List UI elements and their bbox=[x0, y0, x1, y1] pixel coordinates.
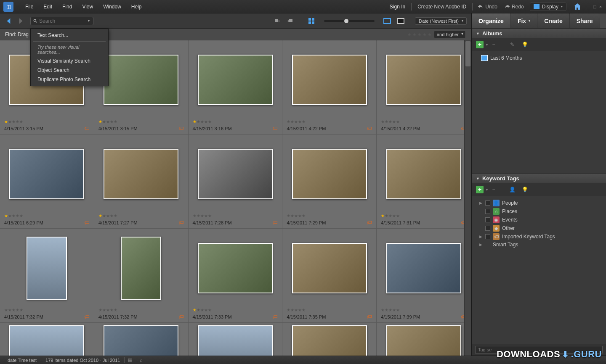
rating-filter[interactable]: ★★★★★ bbox=[407, 32, 432, 37]
keyword-tags-header[interactable]: Keyword Tags bbox=[472, 174, 606, 183]
thumbnail-image[interactable] bbox=[292, 55, 367, 105]
rating-stars[interactable]: ★★★★★ bbox=[381, 119, 466, 124]
thumbnail-cell[interactable] bbox=[0, 323, 94, 356]
tag-other[interactable]: ◆Other bbox=[476, 224, 602, 232]
tag-events[interactable]: ◉Events bbox=[476, 216, 602, 224]
tab-organize[interactable]: Organize bbox=[472, 13, 511, 28]
thumbnail-cell[interactable]: ★★★★★4/15/2011 7:27 PM🏷 bbox=[94, 135, 189, 229]
tab-share[interactable]: Share bbox=[570, 13, 600, 28]
tab-create[interactable]: Create bbox=[537, 13, 570, 28]
album-last6months[interactable]: Last 6 Months bbox=[476, 54, 602, 62]
object-search-item[interactable]: Object Search bbox=[31, 66, 108, 75]
home-button[interactable] bbox=[572, 2, 582, 12]
status-icon-2[interactable]: ⌂ bbox=[138, 357, 144, 363]
maximize-button[interactable]: □ bbox=[593, 5, 597, 9]
thumbnail-image[interactable] bbox=[104, 325, 178, 356]
tag-smart[interactable]: ▶Smart Tags bbox=[476, 241, 602, 248]
menu-window[interactable]: Window bbox=[98, 1, 126, 12]
tag-places[interactable]: ⌂Places bbox=[476, 207, 602, 216]
grid-view-button[interactable] bbox=[306, 16, 316, 26]
tag-imported[interactable]: ▶🏷Imported Keyword Tags bbox=[476, 232, 602, 241]
rating-condition-select[interactable]: and higher bbox=[434, 31, 466, 38]
close-button[interactable]: × bbox=[598, 5, 603, 9]
rotate-ccw-button[interactable] bbox=[272, 16, 282, 26]
thumbnail-image[interactable] bbox=[198, 325, 273, 356]
menu-find[interactable]: Find bbox=[57, 1, 77, 12]
rating-stars[interactable]: ★★★★★ bbox=[381, 213, 466, 219]
rating-stars[interactable]: ★★★★★ bbox=[4, 307, 90, 313]
thumbnail-cell[interactable] bbox=[377, 323, 471, 356]
thumbnail-cell[interactable]: ★★★★★4/15/2011 7:32 PM🏷 bbox=[0, 229, 94, 323]
thumbnail-image[interactable] bbox=[198, 243, 273, 293]
thumbnail-image[interactable] bbox=[292, 149, 367, 199]
display-menu[interactable]: Display▾ bbox=[530, 3, 566, 11]
remove-tag-button[interactable]: − bbox=[490, 186, 497, 193]
rating-stars[interactable]: ★★★★★ bbox=[287, 307, 372, 313]
vertical-scrollbar[interactable] bbox=[464, 40, 471, 356]
redo-button[interactable]: Redo bbox=[501, 2, 527, 11]
thumbnail-cell[interactable]: ★★★★★4/15/2011 7:31 PM🏷 bbox=[377, 135, 471, 229]
thumbnail-cell[interactable]: ★★★★★4/15/2011 7:33 PM🏷 bbox=[189, 229, 283, 323]
thumbnail-cell[interactable] bbox=[189, 323, 283, 356]
tab-fix[interactable]: Fix▾ bbox=[511, 13, 537, 28]
single-view-button[interactable] bbox=[382, 16, 392, 26]
albums-header[interactable]: Albums bbox=[472, 29, 606, 38]
people-recognition-icon[interactable]: 👤 bbox=[507, 185, 517, 194]
thumbnail-image[interactable] bbox=[386, 55, 461, 105]
create-id-link[interactable]: Create New Adobe ID bbox=[413, 1, 470, 12]
rating-stars[interactable]: ★★★★★ bbox=[287, 213, 372, 219]
search-input[interactable] bbox=[39, 18, 87, 24]
add-album-button[interactable]: + bbox=[476, 41, 484, 48]
thumbnail-cell[interactable] bbox=[94, 323, 189, 356]
thumbnail-image[interactable] bbox=[104, 149, 178, 199]
thumbnail-image[interactable] bbox=[198, 149, 273, 199]
edit-album-icon[interactable]: ✎ bbox=[507, 40, 517, 49]
status-icon-1[interactable]: ▦ bbox=[127, 357, 133, 363]
tag-search-input[interactable] bbox=[475, 346, 603, 353]
rating-stars[interactable]: ★★★★★ bbox=[98, 119, 184, 124]
duplicate-search-item[interactable]: Duplicate Photo Search bbox=[31, 75, 108, 84]
thumbnail-image[interactable] bbox=[104, 55, 178, 105]
tag-tip-icon[interactable]: 💡 bbox=[520, 185, 530, 194]
thumbnail-cell[interactable]: ★★★★★4/15/2011 7:29 PM🏷 bbox=[282, 135, 377, 229]
rating-stars[interactable]: ★★★★★ bbox=[287, 119, 372, 124]
thumbnail-cell[interactable]: ★★★★★4/15/2011 7:35 PM🏷 bbox=[282, 229, 377, 323]
rating-stars[interactable]: ★★★★★ bbox=[381, 307, 466, 313]
album-tip-icon[interactable]: 💡 bbox=[520, 40, 530, 49]
thumbnail-image[interactable] bbox=[9, 149, 84, 199]
thumbnail-image[interactable] bbox=[386, 243, 461, 293]
menu-file[interactable]: File bbox=[20, 1, 38, 12]
sort-select[interactable]: Date (Newest First) bbox=[415, 17, 467, 25]
nav-forward-button[interactable] bbox=[16, 16, 25, 26]
thumbnail-image[interactable] bbox=[27, 237, 67, 300]
visual-similarity-item[interactable]: Visual Similarity Search bbox=[31, 56, 108, 66]
minimize-button[interactable]: _ bbox=[587, 5, 591, 9]
nav-back-button[interactable] bbox=[4, 16, 13, 26]
rating-stars[interactable]: ★★★★★ bbox=[193, 213, 278, 219]
thumbnail-image[interactable] bbox=[386, 325, 461, 356]
undo-button[interactable]: Undo bbox=[474, 2, 501, 11]
thumbnail-cell[interactable]: ★★★★★4/15/2011 4:22 PM🏷 bbox=[377, 40, 471, 135]
thumbnail-image[interactable] bbox=[9, 325, 84, 356]
thumbnail-image[interactable] bbox=[292, 325, 367, 356]
thumbnail-image[interactable] bbox=[198, 55, 273, 105]
remove-album-button[interactable]: − bbox=[490, 41, 497, 48]
text-search-item[interactable]: Text Search... bbox=[31, 31, 108, 40]
add-tag-button[interactable]: + bbox=[476, 186, 484, 193]
rating-stars[interactable]: ★★★★★ bbox=[98, 307, 184, 313]
tag-people[interactable]: ▶👤People bbox=[476, 199, 602, 207]
rating-stars[interactable]: ★★★★★ bbox=[4, 119, 90, 124]
thumbnail-image[interactable] bbox=[386, 149, 461, 199]
fullscreen-view-button[interactable] bbox=[396, 16, 406, 26]
rating-stars[interactable]: ★★★★★ bbox=[193, 307, 278, 313]
thumbnail-cell[interactable]: ★★★★★4/15/2011 7:28 PM🏷 bbox=[189, 135, 283, 229]
thumbnail-cell[interactable] bbox=[282, 323, 377, 356]
thumbnail-cell[interactable]: ★★★★★4/15/2011 7:32 PM🏷 bbox=[94, 229, 189, 323]
search-field[interactable]: ▼ bbox=[30, 17, 93, 25]
thumbnail-size-slider[interactable] bbox=[324, 20, 375, 22]
menu-help[interactable]: Help bbox=[126, 1, 147, 12]
thumbnail-cell[interactable]: ★★★★★4/15/2011 7:39 PM🏷 bbox=[377, 229, 471, 323]
thumbnail-image[interactable] bbox=[121, 237, 161, 300]
sign-in-link[interactable]: Sign In bbox=[385, 1, 409, 12]
thumbnail-cell[interactable]: ★★★★★4/15/2011 4:22 PM🏷 bbox=[282, 40, 377, 135]
